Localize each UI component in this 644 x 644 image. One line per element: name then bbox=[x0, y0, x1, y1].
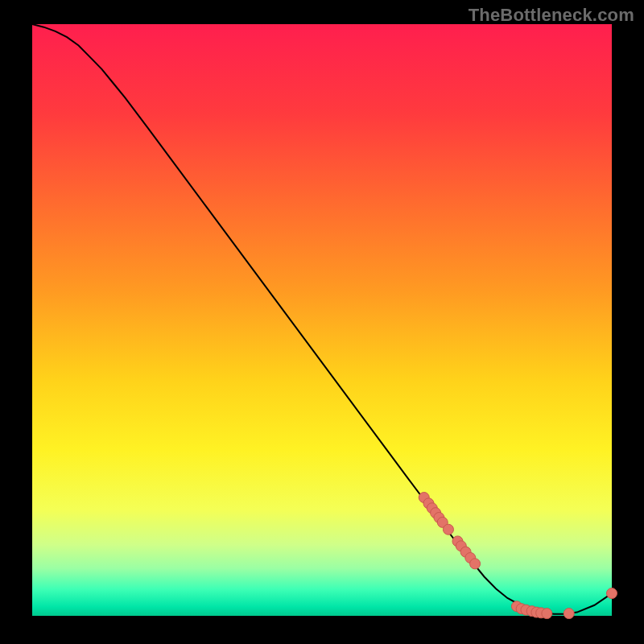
bottleneck-chart bbox=[0, 0, 644, 644]
data-point bbox=[607, 588, 617, 599]
watermark-text: TheBottleneck.com bbox=[469, 5, 634, 26]
data-point bbox=[542, 609, 552, 619]
plot-bg bbox=[32, 24, 612, 616]
data-point bbox=[443, 524, 453, 535]
chart-stage: TheBottleneck.com bbox=[0, 0, 644, 644]
svg-rect-0 bbox=[32, 24, 612, 616]
data-point bbox=[470, 559, 481, 569]
data-point bbox=[564, 609, 574, 619]
